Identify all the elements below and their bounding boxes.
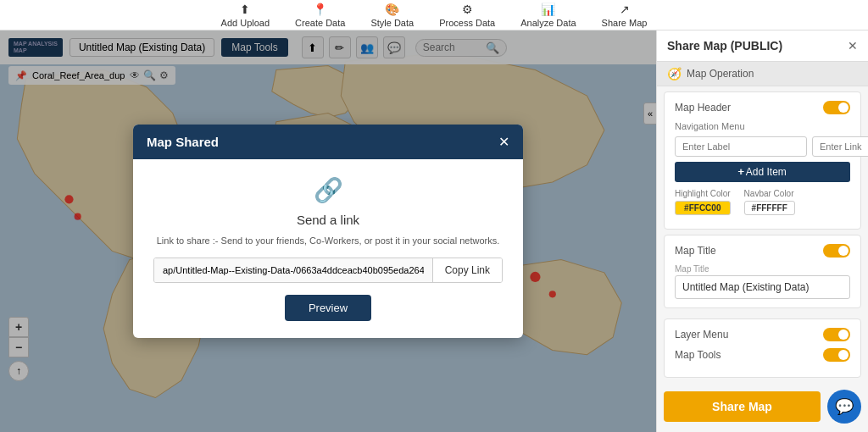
nav-share-map[interactable]: ↗ Share Map <box>602 3 648 28</box>
analyze-data-icon: 📊 <box>541 3 555 16</box>
map-shared-modal: Map Shared ✕ 🔗 Send a link Link to share… <box>133 125 523 338</box>
enter-label-input[interactable] <box>675 136 807 157</box>
navbar-color-swatch[interactable]: #FFFFFF <box>744 201 795 215</box>
map-title-label: Map Title <box>675 245 716 257</box>
map-header-section: Map Header Navigation Menu + + Add Item … <box>664 91 861 230</box>
highlight-color-swatch[interactable]: #FFCC00 <box>675 201 731 215</box>
share-map-nav-icon: ↗ <box>620 3 630 16</box>
top-navigation: ⬆ Add Upload 📍 Create Data 🎨 Style Data … <box>0 0 868 30</box>
layer-menu-label: Layer Menu <box>675 329 728 341</box>
map-tools-toggle[interactable] <box>823 348 850 362</box>
modal-title: Map Shared <box>147 135 219 149</box>
map-tools-section-label: Map Tools <box>675 349 721 361</box>
highlight-color-label: Highlight Color <box>675 189 731 198</box>
layer-map-tools-section: Layer Menu Map Tools <box>664 318 861 378</box>
main-layout: MAP ANALYSIS MAP Untitled Map (Existing … <box>0 30 868 432</box>
preview-button[interactable]: Preview <box>285 295 371 321</box>
nav-style-data[interactable]: 🎨 Style Data <box>370 3 414 28</box>
map-header-label: Map Header <box>675 102 731 114</box>
right-panel-header: Share Map (PUBLIC) ✕ <box>657 30 868 62</box>
right-panel-title: Share Map (PUBLIC) <box>667 39 782 53</box>
copy-link-button[interactable]: Copy Link <box>432 258 502 282</box>
navigation-menu-label: Navigation Menu <box>675 121 850 131</box>
navbar-color-item: Navbar Color #FFFFFF <box>744 189 795 215</box>
color-row: Highlight Color #FFCC00 Navbar Color #FF… <box>675 189 850 215</box>
modal-header: Map Shared ✕ <box>133 125 523 159</box>
add-upload-icon: ⬆ <box>240 3 250 16</box>
nav-create-data[interactable]: 📍 Create Data <box>295 3 345 28</box>
link-icon: 🔗 <box>314 176 343 204</box>
map-tools-row: Map Tools <box>675 348 850 362</box>
modal-overlay: Map Shared ✕ 🔗 Send a link Link to share… <box>0 30 656 432</box>
chat-button[interactable]: 💬 <box>827 390 861 424</box>
map-operation-bar: 🧭 Map Operation <box>657 62 868 86</box>
style-data-icon: 🎨 <box>385 3 399 16</box>
modal-body: 🔗 Send a link Link to share :- Send to y… <box>133 159 523 338</box>
layer-menu-toggle[interactable] <box>823 328 850 341</box>
navigation-menu-section: Navigation Menu + + Add Item Highlight C… <box>675 121 850 215</box>
panel-close-button[interactable]: ✕ <box>848 39 858 53</box>
create-data-icon: 📍 <box>313 3 327 16</box>
map-title-toggle[interactable] <box>823 244 850 258</box>
nav-analyze-data[interactable]: 📊 Analyze Data <box>520 3 576 28</box>
enter-link-input[interactable] <box>812 136 868 157</box>
highlight-color-item: Highlight Color #FFCC00 <box>675 189 731 215</box>
map-title-input[interactable] <box>675 275 850 299</box>
link-description: Link to share :- Send to your friends, C… <box>157 235 500 246</box>
link-input[interactable] <box>154 258 432 282</box>
modal-close-button[interactable]: ✕ <box>498 136 509 149</box>
add-item-button[interactable]: + + Add Item <box>675 162 850 182</box>
map-title-row: Map Title <box>675 244 850 258</box>
map-header-toggle[interactable] <box>823 101 850 114</box>
navbar-color-label: Navbar Color <box>744 189 795 198</box>
map-title-input-label: Map Title <box>675 264 850 274</box>
right-panel: Share Map (PUBLIC) ✕ 🧭 Map Operation Map… <box>656 30 868 432</box>
map-operation-label: Map Operation <box>687 68 754 80</box>
map-header-row: Map Header <box>675 101 850 114</box>
map-title-section: Map Title Map Title <box>664 235 861 308</box>
share-map-button[interactable]: Share Map <box>664 391 821 422</box>
nav-inputs-row <box>675 136 850 157</box>
send-link-text: Send a link <box>297 213 359 227</box>
layer-menu-row: Layer Menu <box>675 328 850 341</box>
process-data-icon: ⚙ <box>462 3 473 16</box>
nav-process-data[interactable]: ⚙ Process Data <box>439 3 495 28</box>
link-input-row: Copy Link <box>153 258 503 283</box>
share-map-area: Share Map 💬 <box>657 383 868 430</box>
map-area: MAP ANALYSIS MAP Untitled Map (Existing … <box>0 30 656 432</box>
nav-add-upload[interactable]: ⬆ Add Upload <box>221 3 270 28</box>
map-operation-icon: 🧭 <box>667 67 682 80</box>
